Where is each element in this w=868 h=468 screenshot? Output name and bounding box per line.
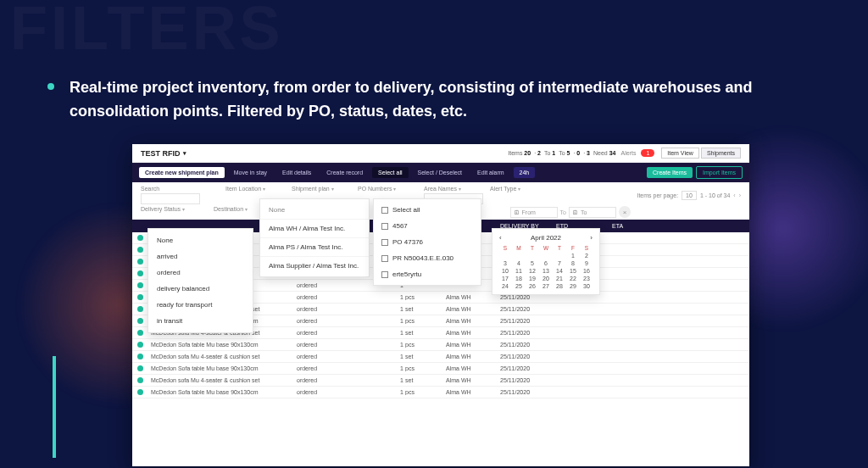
calendar-day[interactable]: 29 bbox=[567, 283, 579, 289]
item-location-filter[interactable]: Item Location▾ bbox=[225, 186, 283, 192]
calendar-day[interactable]: 28 bbox=[554, 283, 565, 289]
table-row[interactable]: McDedon Sofa table Mu base 90x130cmorder… bbox=[132, 363, 749, 375]
checkbox-icon bbox=[381, 255, 388, 262]
calendar-day[interactable]: 13 bbox=[540, 268, 552, 274]
project-selector[interactable]: TEST RFID ▾ bbox=[141, 149, 186, 158]
calendar-day[interactable]: 12 bbox=[526, 268, 538, 274]
page-next-button[interactable]: › bbox=[739, 192, 741, 198]
table-row[interactable]: McDedon Sofa table Mu base 90x130cmorder… bbox=[132, 339, 749, 351]
calendar-day[interactable]: 23 bbox=[581, 276, 593, 281]
checkbox-icon bbox=[381, 223, 388, 230]
cell-qty: 1 bbox=[364, 294, 403, 300]
import-items-button[interactable]: Import Items bbox=[696, 166, 743, 179]
status-option[interactable]: ready for transport bbox=[148, 297, 253, 313]
view-item-button[interactable]: Item View bbox=[661, 148, 699, 159]
calendar-day[interactable]: 4 bbox=[513, 260, 525, 266]
calendar-day[interactable]: 20 bbox=[540, 276, 552, 281]
calendar-day[interactable]: 27 bbox=[540, 283, 552, 289]
calendar-dow: T bbox=[526, 245, 538, 251]
po-numbers-filter[interactable]: PO Numbers▾ bbox=[358, 186, 415, 192]
calendar-day[interactable]: 26 bbox=[526, 283, 538, 289]
table-row[interactable]: McDedon Sofa table Mu base 90x130cmorder… bbox=[132, 387, 749, 398]
calendar-day[interactable]: 7 bbox=[554, 260, 565, 266]
status-option[interactable]: arrived bbox=[148, 248, 253, 265]
status-dot-icon bbox=[137, 294, 143, 300]
alerts-badge[interactable]: 1 bbox=[641, 149, 654, 157]
po-option[interactable]: PO 47376 bbox=[374, 234, 481, 250]
cell-delivery: 25/11/2020 bbox=[500, 318, 554, 324]
po-option[interactable]: 4567 bbox=[374, 218, 481, 234]
calendar-prev-button[interactable]: ‹ bbox=[499, 234, 502, 242]
date-from-input[interactable]: 🗓From bbox=[510, 207, 558, 218]
calendar-day[interactable]: 9 bbox=[581, 260, 593, 266]
page-prev-button[interactable]: ‹ bbox=[733, 192, 735, 198]
header-count: · 2 bbox=[534, 150, 541, 156]
view-shipments-button[interactable]: Shipments bbox=[701, 148, 741, 159]
cell-unit: pcs bbox=[405, 389, 444, 395]
cell-unit: set bbox=[405, 306, 444, 312]
po-option[interactable]: Select all bbox=[374, 202, 481, 218]
calendar-icon: 🗓 bbox=[572, 209, 578, 215]
status-dot-icon bbox=[137, 235, 143, 241]
toolbar-24h-button[interactable]: 24h bbox=[514, 167, 536, 178]
calendar-day[interactable]: 15 bbox=[567, 268, 579, 274]
calendar-day[interactable]: 16 bbox=[581, 268, 593, 274]
calendar-day[interactable]: 3 bbox=[499, 260, 511, 266]
po-option[interactable]: PR N50043.E.E.030 bbox=[374, 250, 481, 266]
cell-qty: 1 bbox=[364, 389, 403, 395]
status-option[interactable]: in transit bbox=[148, 313, 253, 329]
items-per-page-select[interactable]: 10 bbox=[682, 191, 697, 200]
toolbar-btn-2[interactable]: Move in stay bbox=[228, 167, 273, 178]
delivery-status-filter[interactable]: Delivery Status▾ bbox=[141, 206, 205, 212]
calendar-day[interactable]: 30 bbox=[581, 283, 593, 289]
calendar-day[interactable]: 8 bbox=[567, 260, 579, 266]
calendar-day[interactable]: 2 bbox=[581, 253, 593, 259]
cell-status: ordered bbox=[297, 377, 363, 383]
location-option[interactable]: Alma WH / Alma Test Inc. bbox=[260, 219, 369, 237]
status-option[interactable]: ordered bbox=[148, 265, 253, 281]
calendar-day[interactable]: 25 bbox=[513, 283, 525, 289]
toolbar-btn-4[interactable]: Create record bbox=[320, 167, 369, 178]
select-all-button[interactable]: Select all bbox=[372, 167, 408, 178]
toolbar-btn-7[interactable]: Edit alarm bbox=[471, 167, 510, 178]
bullet-dot-icon bbox=[47, 83, 54, 90]
calendar-day[interactable]: 18 bbox=[513, 276, 525, 281]
calendar-next-button[interactable]: › bbox=[590, 234, 593, 242]
date-to-input[interactable]: 🗓To bbox=[569, 207, 616, 218]
table-row[interactable]: McDedon sofa Mu 4-seater & cushion setor… bbox=[132, 375, 749, 387]
location-option[interactable]: Alma Supplier / Alma Test Inc. bbox=[260, 256, 369, 275]
create-shipment-plan-button[interactable]: Create new shipment plan bbox=[139, 167, 225, 178]
clear-dates-button[interactable]: × bbox=[619, 206, 631, 218]
calendar-day[interactable]: 17 bbox=[499, 276, 511, 281]
location-option[interactable]: Alma PS / Alma Test Inc. bbox=[260, 237, 369, 256]
toolbar-btn-6[interactable]: Select / Deselect bbox=[412, 167, 469, 178]
calendar-day[interactable]: 22 bbox=[567, 276, 579, 281]
calendar-day[interactable]: 5 bbox=[526, 260, 538, 266]
calendar-day[interactable]: 6 bbox=[540, 260, 552, 266]
calendar-day[interactable]: 21 bbox=[554, 276, 565, 281]
checkbox-icon bbox=[381, 207, 388, 214]
alert-type-filter[interactable]: Alert Type▾ bbox=[490, 186, 541, 192]
create-items-button[interactable]: Create Items bbox=[647, 167, 693, 178]
calendar-day[interactable]: 24 bbox=[499, 283, 511, 289]
calendar-day[interactable]: 14 bbox=[554, 268, 565, 274]
toolbar-btn-3[interactable]: Edit details bbox=[276, 167, 317, 178]
calendar-day[interactable]: 19 bbox=[526, 276, 538, 281]
cell-qty: 1 bbox=[364, 377, 403, 383]
header-count: Items 20 bbox=[508, 150, 531, 156]
calendar-day[interactable]: 1 bbox=[567, 253, 579, 259]
table-row[interactable]: McDedon sofa Mu 4-seater & cushion setor… bbox=[132, 351, 749, 363]
col-eta[interactable]: ETA bbox=[612, 223, 661, 229]
close-icon: × bbox=[623, 209, 627, 216]
status-option[interactable]: delivery balanced bbox=[148, 281, 253, 297]
area-names-filter[interactable]: Area Names▾ bbox=[424, 186, 481, 192]
status-option[interactable]: None bbox=[148, 232, 253, 248]
shipment-plan-filter[interactable]: Shipment plan▾ bbox=[292, 186, 349, 192]
search-input[interactable] bbox=[141, 193, 200, 204]
calendar-day[interactable]: 10 bbox=[499, 268, 511, 274]
po-option[interactable]: erte5ryrtu bbox=[374, 266, 481, 282]
calendar-day[interactable]: 11 bbox=[513, 268, 525, 274]
destination-filter[interactable]: Destination▾ bbox=[214, 206, 264, 212]
cell-delivery: 25/11/2020 bbox=[500, 377, 554, 383]
location-option[interactable]: None bbox=[260, 201, 369, 219]
